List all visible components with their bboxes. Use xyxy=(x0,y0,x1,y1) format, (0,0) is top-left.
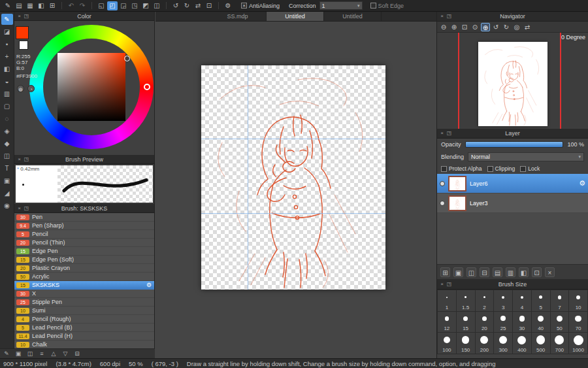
redo-icon[interactable]: ↷ xyxy=(77,1,88,10)
magic-wand-tool[interactable]: ◈ xyxy=(1,125,13,137)
invert-selection-icon[interactable]: ◩ xyxy=(140,1,151,10)
zoom-out-icon[interactable]: ⊖ xyxy=(439,23,448,31)
protect-alpha-checkbox[interactable]: Protect Alpha xyxy=(441,165,482,172)
operation-tool[interactable]: ▣ xyxy=(1,175,13,186)
popout-panel-icon[interactable]: ◳ xyxy=(24,204,29,212)
brush-size-option[interactable]: 25 xyxy=(494,312,512,333)
brush-size-option[interactable]: 400 xyxy=(513,333,531,354)
brush-item[interactable]: 11.4Lead Pencil (H) xyxy=(14,332,154,341)
copy-layer-button[interactable]: ◧ xyxy=(519,267,529,277)
saturation-value-marker[interactable] xyxy=(124,56,130,61)
brush-size-option[interactable]: 4 xyxy=(513,290,531,311)
brush-size-option[interactable]: 20 xyxy=(476,312,494,333)
hand-tool[interactable]: ◉ xyxy=(1,200,13,211)
foreground-color-swatch[interactable] xyxy=(16,26,29,39)
close-panel-icon[interactable]: × xyxy=(439,12,445,20)
layer-item[interactable]: Layer3 xyxy=(437,193,588,213)
bucket-tool[interactable]: ◒ xyxy=(1,76,13,87)
gear-icon[interactable]: ⚙ xyxy=(223,1,233,10)
move-selection-icon[interactable]: ◰ xyxy=(107,1,118,10)
reset-view-icon[interactable]: ⊡ xyxy=(204,1,214,10)
brush-size-option[interactable]: 5 xyxy=(532,290,550,311)
delete-layer-button[interactable]: × xyxy=(545,267,555,277)
fit-window-icon[interactable]: ⊡ xyxy=(460,23,469,31)
brush-size-option[interactable]: 3 xyxy=(494,290,512,311)
brush-item[interactable]: 30Pen xyxy=(14,213,154,222)
brush-size-option[interactable]: 1.5 xyxy=(457,290,475,311)
brush-size-option[interactable]: 40 xyxy=(532,312,550,333)
blending-dropdown[interactable]: Normal ▾ xyxy=(468,152,584,161)
brush-item[interactable]: 25Stipple Pen xyxy=(14,298,154,307)
opacity-slider[interactable] xyxy=(465,141,564,148)
eraser-tool[interactable]: ◪ xyxy=(1,26,13,37)
antialiasing-checkbox[interactable]: × AntiAliasing xyxy=(241,3,280,9)
snap-grid-icon[interactable]: ⊞ xyxy=(47,1,57,10)
brush-size-option[interactable]: 100 xyxy=(438,333,456,354)
flip-horizontal-icon[interactable]: ⇄ xyxy=(193,1,203,10)
rotate-left-icon[interactable]: ↺ xyxy=(491,23,500,31)
select-pen-tool[interactable]: ◆ xyxy=(1,138,13,149)
brush-size-option[interactable]: 2 xyxy=(476,290,494,311)
display-icon[interactable]: ▦ xyxy=(25,1,35,10)
comment-icon[interactable]: ▤ xyxy=(14,1,24,10)
duplicate-brush-button[interactable]: ◫ xyxy=(26,350,34,357)
brush-item[interactable]: 5Lead Pencil (B) xyxy=(14,324,154,332)
brush-tool[interactable]: ✎ xyxy=(1,14,13,25)
background-color-swatch[interactable] xyxy=(19,41,28,50)
hue-marker[interactable] xyxy=(144,84,150,90)
brush-item[interactable]: 9.4Pen (Sharp) xyxy=(14,222,154,230)
flatten-button[interactable]: ⊡ xyxy=(532,267,542,277)
brush-item[interactable]: 20Pencil (Thin) xyxy=(14,239,154,247)
layer-visibility-toggle[interactable] xyxy=(440,181,445,186)
close-panel-icon[interactable]: × xyxy=(16,12,22,20)
pen-settings-icon[interactable]: ✎ xyxy=(3,1,13,10)
merge-down-button[interactable]: ▤ xyxy=(493,267,502,277)
canvas[interactable] xyxy=(201,65,385,290)
reset-rotation-icon[interactable]: ◎ xyxy=(512,23,521,31)
close-panel-icon[interactable]: × xyxy=(439,280,445,288)
document-tab[interactable]: SS.mdp xyxy=(209,12,267,21)
brush-size-option[interactable]: 7 xyxy=(551,290,569,311)
popout-panel-icon[interactable]: ◳ xyxy=(446,280,452,288)
brush-item[interactable]: 4Pencil (Rough) xyxy=(14,315,154,324)
rotate-right-icon[interactable]: ↻ xyxy=(502,23,511,31)
brush-size-option[interactable]: 10 xyxy=(569,290,587,311)
undo-icon[interactable]: ↶ xyxy=(66,1,76,10)
brush-size-option[interactable]: 30 xyxy=(513,312,531,333)
close-panel-icon[interactable]: × xyxy=(16,155,22,163)
gradient-tool[interactable]: ▥ xyxy=(1,88,13,99)
select-eraser-tool[interactable]: ◫ xyxy=(1,150,13,161)
brush-size-option[interactable]: 1000 xyxy=(569,333,587,354)
text-tool[interactable]: T xyxy=(1,163,13,174)
add-layer-button[interactable]: ⊞ xyxy=(440,267,450,277)
delete-brush-button[interactable]: ⊟ xyxy=(73,350,81,357)
brush-item[interactable]: 50Acrylic xyxy=(14,273,154,281)
popout-panel-icon[interactable]: ◳ xyxy=(446,129,452,137)
fill-tool[interactable]: ◧ xyxy=(1,63,13,75)
brush-item[interactable]: 15Edge Pen xyxy=(14,247,154,256)
deselect-icon[interactable]: ◫ xyxy=(152,1,162,10)
lock-checkbox[interactable]: Lock xyxy=(520,165,540,172)
layer-folder-button[interactable]: ▥ xyxy=(506,267,515,277)
popout-panel-icon[interactable]: ◳ xyxy=(24,12,29,20)
zoom-select-icon[interactable]: ⊕ xyxy=(481,23,490,31)
brush-size-option[interactable]: 500 xyxy=(532,333,550,354)
correction-dropdown[interactable]: 1 ▾ xyxy=(319,1,363,10)
navigator-preview[interactable]: 0 Degree xyxy=(437,33,588,129)
popout-panel-icon[interactable]: ◳ xyxy=(24,155,29,163)
actual-size-icon[interactable]: ⊙ xyxy=(470,23,480,31)
brush-item[interactable]: 30X xyxy=(14,290,154,298)
add-brush-folder-button[interactable]: ▣ xyxy=(14,350,22,357)
document-tab[interactable]: Untitled xyxy=(324,12,382,21)
brush-item[interactable]: 20Plastic Crayon xyxy=(14,264,154,273)
rotate-left-canvas-icon[interactable]: ↺ xyxy=(171,1,181,10)
color-wheel-mode-button[interactable]: ◍ xyxy=(17,85,24,92)
rotate-right-canvas-icon[interactable]: ↻ xyxy=(182,1,192,10)
add-brush-button[interactable]: ✎ xyxy=(3,350,10,357)
document-tab[interactable]: Untitled xyxy=(267,12,324,21)
move-tool[interactable]: + xyxy=(1,51,13,62)
flip-view-icon[interactable]: ⇄ xyxy=(523,23,532,31)
zoom-in-icon[interactable]: ⊕ xyxy=(449,23,459,31)
brush-size-option[interactable]: 300 xyxy=(494,333,512,354)
close-panel-icon[interactable]: × xyxy=(439,129,445,137)
